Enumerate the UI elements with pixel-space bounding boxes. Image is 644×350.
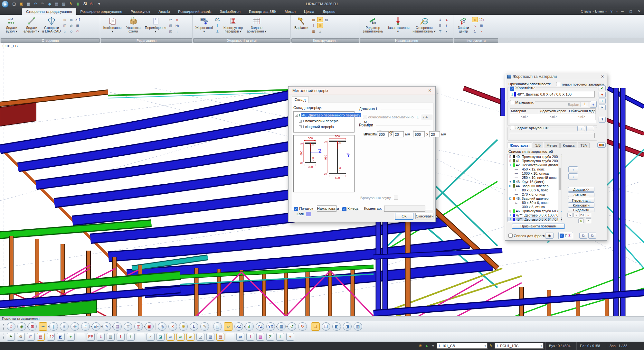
slab-icon[interactable]: ▰	[186, 333, 194, 341]
create-small-icon[interactable]: ◇	[68, 29, 74, 34]
materials-checkbox[interactable]	[510, 100, 514, 104]
group-name-stiffness[interactable]: Жорсткості та в'язі	[193, 38, 290, 43]
toolbar-grip[interactable]	[3, 323, 4, 330]
stiffness-list-item[interactable]: ⊏ 44. Зварний швелер	[507, 184, 562, 188]
pa-icon[interactable]: ПА	[580, 213, 585, 217]
section-color-swatch[interactable]	[306, 212, 311, 216]
loads-small-icon[interactable]: ⊤	[437, 29, 443, 34]
tools-small-icon[interactable]: 12)	[478, 17, 484, 22]
forward-icon[interactable]: »	[573, 213, 579, 217]
length-input[interactable]	[421, 114, 433, 120]
flag-icon[interactable]: ⚑	[586, 218, 591, 223]
create-small-icon[interactable]: ⊞	[62, 17, 68, 22]
frame-nodes-icon[interactable]: ⊞	[28, 322, 37, 331]
start-checkbox[interactable]: ✓	[294, 207, 298, 211]
new-file-icon[interactable]: ▢	[11, 1, 17, 7]
end-checkbox[interactable]: ✓	[342, 207, 346, 211]
help-button[interactable]: ?	[608, 9, 615, 13]
cancel-button[interactable]: Скасувати	[415, 213, 433, 219]
panel-h-icon[interactable]: ◧	[332, 322, 341, 331]
panel-tab[interactable]: З/Б	[533, 143, 543, 148]
ribbon-tab[interactable]: Розширений аналіз	[174, 8, 215, 15]
triad-icon[interactable]: ⋔	[245, 322, 254, 331]
section-tree[interactable]: − I 48. Двотавр перемінного перерізу + I…	[293, 111, 355, 133]
stiffness-checkbox[interactable]: ✓	[510, 87, 514, 91]
stiffness-small-icon[interactable]: I	[214, 23, 220, 28]
refresh-icon[interactable]: ↻	[578, 218, 584, 223]
far-right-table-icon[interactable]: ▥	[354, 322, 362, 331]
stiffness-small-icon[interactable]: CC	[214, 17, 220, 22]
copy-button[interactable]: Копіювання ▾	[102, 16, 123, 37]
expand-icon[interactable]: +	[299, 125, 302, 128]
tree-root-item[interactable]: 48. Двотавр перемінного перерізу	[301, 113, 361, 117]
tools-small-icon[interactable]: ▦	[478, 23, 484, 28]
stiffness-list-item[interactable]: I 47**. Двотавр 0.8 X 100 / 0.8 X 64	[507, 213, 562, 217]
ribbon-tab[interactable]: Цегла	[300, 8, 318, 15]
bars-down-icon[interactable]: ⇓	[97, 333, 105, 341]
plate-plus-blue-icon[interactable]: ◩	[57, 333, 65, 341]
load-editor-button[interactable]: № Редактор завантажень	[361, 16, 384, 37]
add-variant-button[interactable]: +	[590, 101, 597, 108]
undo-icon[interactable]: ↶	[32, 1, 39, 7]
tree-child-item[interactable]: кінцевий переріз	[305, 125, 334, 129]
current-stiffness-field[interactable]: I 48**. Двотавр 0.8 X 64 / 0.8 X 100	[510, 91, 595, 97]
rotor-icon[interactable]: ✣	[71, 322, 79, 331]
create-small-icon[interactable]: ◫	[62, 23, 68, 28]
stiffness-list-item[interactable]: — 250 x 10, нижній пояс	[507, 175, 562, 180]
toolbar-grip[interactable]	[3, 334, 4, 340]
add-reinforcement-button[interactable]: +	[577, 126, 585, 131]
ribbon-tab[interactable]: Дерево	[318, 8, 339, 15]
panel-tab[interactable]: Метал	[544, 143, 560, 148]
edit-small-icon[interactable]: ◰	[168, 29, 174, 34]
stiffness-small-icon[interactable]: ⊥	[214, 29, 220, 34]
knife-icon[interactable]: ✎▾	[102, 322, 111, 331]
ribbon-tab[interactable]: Розширене редагування	[76, 8, 127, 15]
create-small-icon[interactable]: z=f	[75, 17, 80, 22]
start-dim1-input[interactable]	[377, 131, 389, 137]
axis-xz-icon[interactable]: XZ▾	[234, 322, 243, 331]
save-icon[interactable]: ▦	[25, 1, 32, 7]
magenta-plate-icon[interactable]: ▧	[256, 333, 264, 341]
dialog-close-icon[interactable]: ✕	[424, 87, 435, 95]
select-contour-icon[interactable]: ✩	[7, 322, 15, 331]
select-filter-icon[interactable]: ➤	[567, 213, 573, 217]
local-axes-icon[interactable]: L	[190, 322, 198, 331]
ibeam-red-icon[interactable]: I	[246, 333, 254, 341]
tools-small-icon[interactable]: ∿	[472, 23, 478, 28]
settings-text-icon[interactable]: Aa	[89, 1, 95, 7]
close-button[interactable]: ✕	[636, 9, 643, 14]
apply-icon[interactable]: ✔	[599, 85, 606, 91]
pick-icon[interactable]: ✛	[599, 98, 606, 104]
app-logo-icon[interactable]: ◉	[2, 1, 9, 8]
stiffness-list-item[interactable]: ● 43. Круг 16 (Фикт)	[507, 180, 562, 184]
plates-icon[interactable]: ∥	[49, 322, 58, 331]
box-3d-icon[interactable]: ▱	[224, 322, 232, 331]
create-small-icon[interactable]: ◠	[75, 29, 80, 34]
group-name-edit[interactable]: Редагування	[101, 38, 192, 43]
stiffness-list-item[interactable]: ∟ 80 x 80 x 6, пояс	[507, 188, 562, 192]
element-line-icon[interactable]: ⊸▾	[39, 322, 47, 331]
filter-icon[interactable]: ▼	[599, 92, 606, 97]
construction-small-icon[interactable]: ▨	[317, 23, 323, 28]
gear-icon[interactable]: ⚙	[17, 333, 25, 341]
f-toggle-group[interactable]: ✓ F ♜	[558, 232, 573, 239]
ef-bars-icon[interactable]: EF	[87, 333, 95, 341]
add-stiffness-button[interactable]: Додати>>	[568, 187, 594, 192]
construction-small-icon[interactable]: I	[311, 23, 317, 28]
group-name-loads[interactable]: Навантаження	[360, 38, 453, 43]
plane-tri-icon[interactable]: ◿	[196, 333, 204, 341]
panel-close-icon[interactable]: ✕	[598, 74, 607, 79]
style-menu[interactable]: Стиль	[581, 9, 591, 13]
axis-yx-icon[interactable]: YX▾	[266, 322, 275, 331]
beams-icon[interactable]: ≡	[60, 322, 69, 331]
add-element-button[interactable]: Додати елемент ▾	[22, 16, 41, 37]
draw-button[interactable]: Намалювати	[317, 205, 337, 212]
qa-more-icon[interactable]: ▾	[96, 1, 102, 7]
scissors-icon[interactable]: ✂	[599, 105, 606, 110]
planes-stack-icon[interactable]: ▱	[166, 333, 175, 341]
hatch-plate-icon[interactable]: ▨	[206, 333, 214, 341]
rotate-cw-icon[interactable]: ↻	[298, 322, 307, 331]
ruler-icon[interactable]: ⊾	[586, 213, 591, 217]
f-checkbox[interactable]: ✓	[560, 234, 564, 238]
edit-small-icon[interactable]: ▨	[168, 23, 174, 28]
